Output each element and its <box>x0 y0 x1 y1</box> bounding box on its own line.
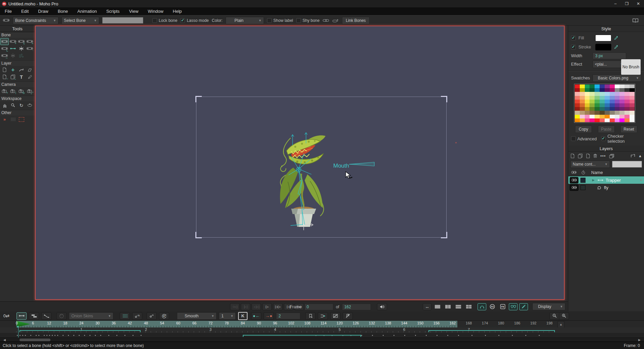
swatches-dropdown[interactable]: Basic Colors.png▼ <box>593 74 641 82</box>
palette-swatch[interactable] <box>610 118 615 122</box>
reference-layer-icon[interactable] <box>586 153 590 159</box>
maximize-button[interactable]: ❒ <box>621 0 633 7</box>
palette-swatch[interactable] <box>595 115 600 118</box>
palette-swatch[interactable] <box>624 100 630 103</box>
palette-swatch[interactable] <box>605 115 610 118</box>
step-back-button[interactable]: ◁◁ <box>252 303 261 310</box>
noise-tool[interactable] <box>17 116 26 123</box>
keyframe-dot[interactable] <box>57 335 58 336</box>
palette-swatch[interactable] <box>600 96 605 100</box>
palette-swatch[interactable] <box>615 100 620 103</box>
bone-constraints-dropdown[interactable]: Bone Constraints▼ <box>13 17 59 24</box>
paste-style-button[interactable]: Paste <box>598 126 615 133</box>
no-brush-button[interactable]: No Brush <box>621 59 641 75</box>
keyframe-dot[interactable] <box>458 335 459 336</box>
keyframe-dot[interactable] <box>52 335 53 336</box>
palette-swatch[interactable] <box>575 92 580 96</box>
palette-swatch[interactable] <box>619 88 624 92</box>
palette-swatch[interactable] <box>600 115 605 118</box>
onion-skins-dropdown[interactable]: Onion Skins▼ <box>69 312 113 320</box>
palette-swatch[interactable] <box>575 115 580 118</box>
scrollbar-thumb[interactable] <box>20 339 50 341</box>
vitruvian-bones-tool[interactable] <box>9 52 17 59</box>
relative-keys-icon[interactable]: R <box>159 312 169 320</box>
delete-layer-icon[interactable] <box>593 153 597 158</box>
onion-skin-toggle-icon[interactable] <box>56 312 67 320</box>
single-view-icon[interactable] <box>433 303 442 310</box>
timeline-zoom-out-icon[interactable] <box>550 312 560 320</box>
mouth-bone[interactable] <box>348 162 376 167</box>
curve-tool[interactable] <box>17 66 26 73</box>
add-marker-icon[interactable] <box>305 312 315 320</box>
keyframe-dot[interactable] <box>36 335 37 336</box>
bone-label-mouth[interactable]: Mouth <box>333 163 349 169</box>
text-tool[interactable]: T <box>17 73 26 80</box>
cycle-input[interactable]: 2 <box>276 313 300 319</box>
paint-toggle-icon[interactable] <box>519 303 528 310</box>
menu-item-view[interactable]: View <box>124 7 143 15</box>
selection-corner-handle[interactable] <box>195 232 202 238</box>
show-label-checkbox[interactable]: Show label <box>267 18 293 23</box>
palette-swatch[interactable] <box>619 96 624 100</box>
palette-swatch[interactable] <box>580 96 585 100</box>
flexi-bind-tool[interactable] <box>17 45 26 52</box>
palette-swatch[interactable] <box>615 111 620 114</box>
play-button[interactable]: ▷ <box>262 303 272 310</box>
library-book-icon[interactable] <box>632 18 639 23</box>
palette-swatch[interactable] <box>580 118 585 122</box>
palette-swatch[interactable] <box>605 103 610 107</box>
palette-swatch[interactable] <box>624 88 630 92</box>
checker-selection-checkbox[interactable] <box>601 136 606 141</box>
bone-dynamics-tool[interactable] <box>17 52 26 59</box>
menu-item-edit[interactable]: Edit <box>16 7 33 15</box>
keyframe-dot[interactable] <box>38 335 39 336</box>
palette-swatch[interactable] <box>615 103 620 107</box>
color-palette[interactable] <box>574 84 635 123</box>
palette-swatch[interactable] <box>575 96 580 100</box>
keyframe-dot[interactable] <box>17 335 18 336</box>
track-camera-tool[interactable]: + <box>0 88 9 95</box>
layer-expand-arrow[interactable]: ▶ <box>592 178 595 182</box>
layer-visibility-toggle[interactable] <box>570 184 578 191</box>
lasso-mode-checkbox[interactable]: Lasso mode <box>180 18 209 23</box>
palette-swatch[interactable] <box>595 84 600 88</box>
palette-swatch[interactable] <box>630 107 635 111</box>
minimize-button[interactable]: – <box>610 0 621 7</box>
palette-swatch[interactable] <box>585 88 590 92</box>
keyframe-segment[interactable] <box>243 335 361 337</box>
palette-swatch[interactable] <box>619 115 624 118</box>
curves-toggle-icon[interactable] <box>478 303 486 310</box>
keyframe-dot[interactable] <box>68 335 69 336</box>
interp-count-dropdown[interactable]: 1▼ <box>219 312 236 320</box>
palette-swatch[interactable] <box>585 84 590 88</box>
keyframe-dot[interactable] <box>426 335 427 336</box>
palette-swatch[interactable] <box>610 111 615 114</box>
keyframe-dot[interactable] <box>54 335 55 336</box>
orbit-workspace-tool[interactable] <box>26 102 34 109</box>
palette-swatch[interactable] <box>630 111 635 114</box>
roll-camera-tool[interactable]: ↻ <box>17 88 26 95</box>
palette-swatch[interactable] <box>575 103 580 107</box>
next-key-dot-icon[interactable]: →● <box>264 312 274 320</box>
selection-corner-handle[interactable] <box>195 96 202 102</box>
palette-swatch[interactable] <box>600 88 605 92</box>
palette-swatch[interactable] <box>575 111 580 114</box>
new-layer-icon[interactable] <box>570 153 575 159</box>
palette-swatch[interactable] <box>580 84 585 88</box>
fx-preview-icon[interactable]: FX <box>488 303 497 310</box>
pen-tool[interactable] <box>26 73 34 80</box>
copy-style-button[interactable]: Copy <box>575 126 592 133</box>
palette-swatch[interactable] <box>580 115 585 118</box>
palette-swatch[interactable] <box>630 84 635 88</box>
palette-swatch[interactable] <box>624 92 630 96</box>
width-input[interactable]: 3 px <box>593 53 626 59</box>
palette-swatch[interactable] <box>575 84 580 88</box>
fast-forward-button[interactable]: ▷▷ <box>273 303 282 310</box>
palette-swatch[interactable] <box>624 115 630 118</box>
add-bone-tool[interactable]: + <box>9 38 17 45</box>
palette-swatch[interactable] <box>575 88 580 92</box>
quad-view-icon[interactable] <box>464 303 473 310</box>
palette-swatch[interactable] <box>585 96 590 100</box>
palette-swatch[interactable] <box>630 96 635 100</box>
collapse-panel-icon[interactable]: ▲ <box>638 154 642 158</box>
